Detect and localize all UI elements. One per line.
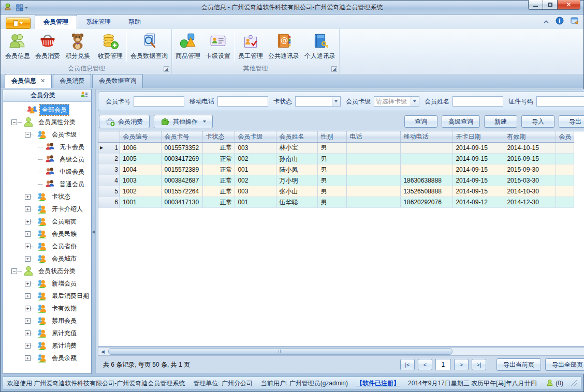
registered-link[interactable]: 【软件已注册】 xyxy=(356,379,400,388)
tree-expander-icon[interactable]: + xyxy=(25,281,31,287)
prev-page-button[interactable]: < xyxy=(418,359,432,370)
next-page-button[interactable]: > xyxy=(454,359,469,370)
dialog-launcher-icon[interactable]: ◢ xyxy=(331,66,337,72)
tree-expander-icon[interactable]: + xyxy=(25,306,31,311)
collapse-sidebar-icon[interactable]: ◀ xyxy=(92,229,95,234)
tree-item[interactable]: 中级会员 xyxy=(3,165,91,178)
column-header[interactable]: 会员卡号 xyxy=(162,131,203,142)
card-status-select[interactable] xyxy=(295,96,341,107)
page-number-input[interactable] xyxy=(435,359,451,370)
tree-expander-icon[interactable]: + xyxy=(25,318,31,324)
member-data-query-button[interactable]: 会员数据查询 xyxy=(128,30,170,63)
column-header[interactable]: 会员 xyxy=(556,131,574,142)
resize-grip[interactable] xyxy=(571,380,577,386)
fee-management-button[interactable]: 收费管理 xyxy=(95,30,125,63)
horizontal-scrollbar[interactable]: ◀ ▶ xyxy=(98,347,584,356)
consume-button[interactable]: 会员消费 xyxy=(99,115,150,128)
other-operations-button[interactable]: 其他操作 xyxy=(154,115,213,128)
column-header[interactable]: 有效期 xyxy=(504,131,556,142)
advanced-query-button[interactable]: 高级查询 xyxy=(442,115,480,128)
export-current-page-button[interactable]: 导出当前页 xyxy=(497,358,541,371)
maximize-button[interactable] xyxy=(543,0,558,10)
doc-tab-member-consume[interactable]: 会员消费 xyxy=(53,74,91,88)
column-header[interactable]: 会员编号 xyxy=(120,131,162,142)
quick-access-icon[interactable] xyxy=(16,4,28,11)
tree-item[interactable]: −会员卡级 xyxy=(3,128,91,141)
tree-item[interactable]: −会员属性分类 xyxy=(3,116,91,128)
table-row[interactable]: 610010003417130正常001伍华聪男186202920762014-… xyxy=(98,197,574,208)
table-row[interactable]: 210050003417269正常002孙南山男2014-09-152016-0… xyxy=(98,154,574,164)
member-info-button[interactable]: 会员信息 xyxy=(3,30,33,63)
first-page-button[interactable]: |< xyxy=(400,359,415,370)
last-page-button[interactable]: >| xyxy=(472,359,486,370)
table-row[interactable]: 510020015572264正常003张小山男135265088882014-… xyxy=(98,186,574,197)
column-header[interactable]: 会员姓名 xyxy=(276,131,318,142)
category-settings-icon[interactable] xyxy=(80,91,88,100)
tree-item[interactable]: +会员省份 xyxy=(3,240,91,252)
tree-item[interactable]: +会员民族 xyxy=(3,228,91,240)
tree-item[interactable]: +累计充值 xyxy=(3,327,91,339)
table-row[interactable]: 410030003842687正常002万小明男186306388882014-… xyxy=(98,175,574,186)
query-button[interactable]: 查询 xyxy=(404,115,437,128)
member-card-no-input[interactable] xyxy=(134,96,184,107)
tree-item[interactable]: +新增会员 xyxy=(3,277,91,290)
scrollbar-thumb[interactable] xyxy=(108,348,452,355)
tree-item[interactable]: 普通会员 xyxy=(3,178,91,190)
table-row[interactable]: 310040015572389正常001陆小凤男2014-09-152015-0… xyxy=(98,164,574,175)
tab-help[interactable]: 帮助 xyxy=(120,15,150,29)
info-icon[interactable] xyxy=(556,17,564,26)
import-button[interactable]: 导入 xyxy=(521,115,554,128)
minimize-button[interactable] xyxy=(528,0,543,10)
tree-item[interactable]: +卡状态 xyxy=(3,190,91,203)
personal-contacts-button[interactable]: 个人通讯录 xyxy=(302,30,338,63)
tree-item[interactable]: +会员余额 xyxy=(3,352,91,364)
column-header[interactable]: 卡状态 xyxy=(203,131,235,142)
goods-management-button[interactable]: 商品管理 xyxy=(173,30,203,63)
tree-expander-icon[interactable]: + xyxy=(25,293,31,299)
tree-item[interactable]: 高级会员 xyxy=(3,153,91,165)
card-level-select[interactable]: 请选择卡级 xyxy=(374,96,419,107)
sidebar-splitter[interactable]: ◀ xyxy=(92,89,95,374)
tree-expander-icon[interactable]: + xyxy=(25,330,31,336)
tab-member-management[interactable]: 会员管理 xyxy=(35,15,77,29)
tab-system-management[interactable]: 系统管理 xyxy=(77,15,120,29)
tree-expander-icon[interactable]: − xyxy=(25,132,31,138)
tree-item[interactable]: +禁用会员 xyxy=(3,314,91,327)
tree-item[interactable]: +卡有效期 xyxy=(3,302,91,314)
tree-expander-icon[interactable]: + xyxy=(25,219,31,224)
public-contacts-button[interactable]: @ 公共通讯录 xyxy=(266,30,302,63)
id-number-input[interactable] xyxy=(536,96,584,107)
tree-item[interactable]: −会员状态分类 xyxy=(3,265,91,277)
card-level-settings-button[interactable]: 卡级设置 xyxy=(203,30,233,63)
tree-item[interactable]: +会员城市 xyxy=(3,252,91,265)
tree-item[interactable]: 无卡会员 xyxy=(3,141,91,153)
tree-expander-icon[interactable]: + xyxy=(25,231,31,237)
export-button[interactable]: 导出 xyxy=(559,115,584,128)
tree-item[interactable]: +最后消费日期 xyxy=(3,290,91,302)
dropdown-icon[interactable] xyxy=(411,97,419,106)
member-name-input[interactable] xyxy=(452,96,503,107)
help-icon[interactable] xyxy=(570,17,579,26)
close-tab-icon[interactable]: ✕ xyxy=(40,78,45,84)
collapse-ribbon-icon[interactable] xyxy=(543,18,549,25)
staff-management-button[interactable]: 员工管理 xyxy=(236,30,266,63)
table-row[interactable]: ▶110060015573352正常003林小宝男2014-09-152014-… xyxy=(98,142,574,154)
application-menu-button[interactable] xyxy=(6,18,31,29)
doc-tab-member-info[interactable]: 会员信息✕ xyxy=(5,74,52,88)
doc-tab-member-data-query[interactable]: 会员数据查询 xyxy=(92,74,143,88)
tree-item[interactable]: +开卡介绍人 xyxy=(3,203,91,215)
tree-expander-icon[interactable]: + xyxy=(25,244,31,249)
tree-expander-icon[interactable]: − xyxy=(11,119,17,125)
tree-item[interactable]: +会员籍贯 xyxy=(3,215,91,228)
tree-expander-icon[interactable]: − xyxy=(11,268,17,274)
tree-expander-icon[interactable]: + xyxy=(25,206,31,212)
column-header[interactable]: 开卡日期 xyxy=(453,131,504,142)
export-all-pages-button[interactable]: 导出全部页 xyxy=(545,358,584,371)
tree-item[interactable]: +累计消费 xyxy=(3,339,91,352)
tree-expander-icon[interactable]: + xyxy=(25,343,31,349)
column-header[interactable]: 电话 xyxy=(347,131,401,142)
member-consume-button[interactable]: 会员消费 xyxy=(33,30,63,63)
new-button[interactable]: 新建 xyxy=(484,115,517,128)
column-header[interactable]: 会员卡级 xyxy=(235,131,276,142)
mobile-phone-input[interactable] xyxy=(217,96,268,107)
